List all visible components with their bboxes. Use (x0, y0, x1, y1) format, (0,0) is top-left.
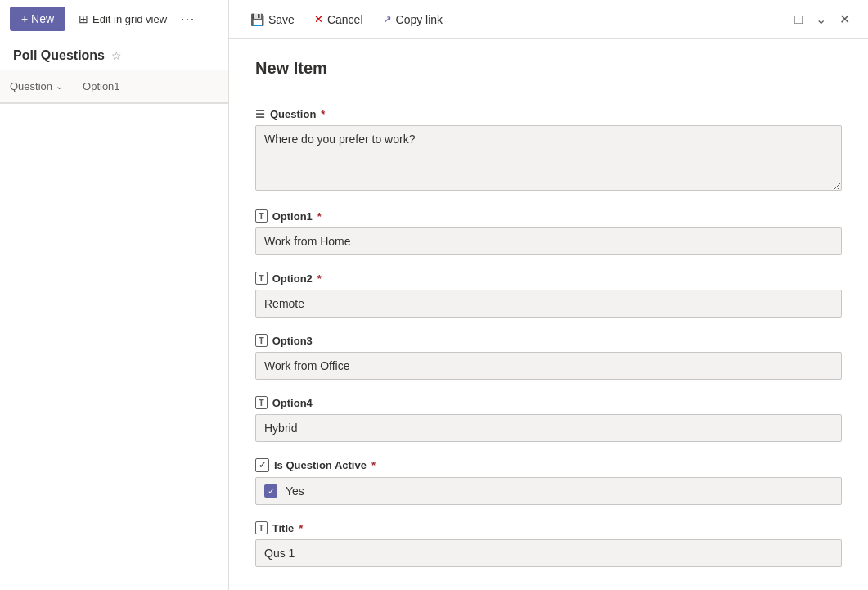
col-header-question[interactable]: Question ⌄ (0, 77, 73, 96)
title-field-icon: T (255, 521, 268, 534)
option1-field: T Option1 * (255, 209, 842, 255)
yes-label: Yes (286, 484, 304, 498)
top-toolbar: + New ⊞ Edit in grid view ⋯ (0, 0, 228, 38)
edit-grid-label: Edit in grid view (92, 13, 167, 25)
page-title-area: Poll Questions ☆ (0, 38, 228, 70)
option4-field-icon: T (255, 396, 268, 409)
option1-required-marker: * (317, 210, 322, 223)
option2-field: T Option2 * (255, 272, 842, 318)
option4-field-label: T Option4 (255, 396, 842, 409)
cancel-label: Cancel (327, 13, 363, 26)
is-active-required-marker: * (371, 459, 376, 471)
save-button[interactable]: 💾 Save (242, 8, 303, 31)
toolbar-right: □ ⌄ ✕ (789, 7, 855, 32)
panel-icon: □ (794, 12, 803, 26)
checkbox-check-icon: ✓ (268, 487, 275, 496)
question-field-label: ☰ Question * (255, 108, 842, 120)
option3-input[interactable] (255, 352, 842, 380)
title-input[interactable] (255, 539, 842, 567)
is-active-field: ✓ Is Question Active * ✓ Yes (255, 458, 842, 505)
title-required-marker: * (299, 522, 303, 534)
is-active-checkbox-field: ✓ Yes (255, 477, 842, 505)
close-icon: ✕ (839, 12, 850, 26)
favorite-star-icon[interactable]: ☆ (111, 49, 122, 62)
option2-input[interactable] (255, 290, 842, 318)
more-actions: ⋯ (180, 10, 195, 28)
question-field: ☰ Question * Where do you prefer to work… (255, 108, 842, 193)
right-panel: 💾 Save ✕ Cancel ↗ Copy link □ ⌄ ✕ New It… (229, 0, 868, 590)
question-field-icon: ☰ (255, 108, 265, 120)
page-title: Poll Questions (13, 48, 105, 63)
grid-icon: ⊞ (79, 12, 88, 25)
option4-field: T Option4 (255, 396, 842, 442)
save-label: Save (268, 13, 295, 26)
edit-grid-button[interactable]: ⊞ Edit in grid view (72, 7, 173, 30)
cancel-button[interactable]: ✕ Cancel (306, 8, 371, 31)
col-option1-label: Option1 (83, 80, 120, 92)
form-toolbar: 💾 Save ✕ Cancel ↗ Copy link □ ⌄ ✕ (229, 0, 868, 39)
option2-required-marker: * (317, 272, 322, 285)
sort-icon: ⌄ (56, 81, 63, 92)
option2-label-text: Option2 (272, 272, 313, 285)
option4-input[interactable] (255, 414, 842, 442)
question-textarea[interactable]: Where do you prefer to work? (255, 125, 842, 191)
left-panel: + New ⊞ Edit in grid view ⋯ Poll Questio… (0, 0, 229, 590)
option1-label-text: Option1 (272, 210, 313, 223)
option2-field-label: T Option2 * (255, 272, 842, 285)
copy-link-label: Copy link (396, 13, 443, 26)
option1-input[interactable] (255, 227, 842, 255)
question-label-text: Question (270, 108, 316, 120)
form-body: New Item ☰ Question * Where do you prefe… (229, 39, 868, 590)
chevron-down-button[interactable]: ⌄ (811, 7, 831, 32)
form-title: New Item (255, 59, 842, 88)
option3-field: T Option3 (255, 334, 842, 380)
title-field: T Title * (255, 521, 842, 567)
option4-label-text: Option4 (272, 397, 313, 409)
col-header-option1[interactable]: Option1 (73, 77, 130, 96)
close-panel-button[interactable]: ✕ (834, 7, 855, 32)
is-active-field-label: ✓ Is Question Active * (255, 458, 842, 472)
option1-field-label: T Option1 * (255, 209, 842, 223)
is-active-checkbox[interactable]: ✓ (264, 484, 277, 498)
question-required-marker: * (321, 108, 325, 120)
list-header: Question ⌄ Option1 (0, 70, 228, 104)
option2-field-icon: T (255, 272, 268, 285)
option3-label-text: Option3 (272, 335, 313, 347)
save-icon: 💾 (250, 13, 264, 26)
view-toggle-button[interactable]: □ (789, 7, 807, 32)
is-active-field-icon: ✓ (255, 458, 269, 472)
col-question-label: Question (10, 80, 52, 92)
option3-field-label: T Option3 (255, 334, 842, 347)
title-field-label: T Title * (255, 521, 842, 534)
title-label-text: Title (272, 522, 295, 534)
copy-link-icon: ↗ (383, 13, 392, 25)
cancel-x-icon: ✕ (314, 13, 323, 25)
option3-field-icon: T (255, 334, 268, 347)
is-active-label-text: Is Question Active (274, 459, 367, 471)
option1-field-icon: T (255, 209, 268, 223)
chevron-down-icon: ⌄ (816, 12, 826, 26)
copy-link-button[interactable]: ↗ Copy link (375, 8, 452, 31)
new-button[interactable]: + New (10, 7, 65, 31)
